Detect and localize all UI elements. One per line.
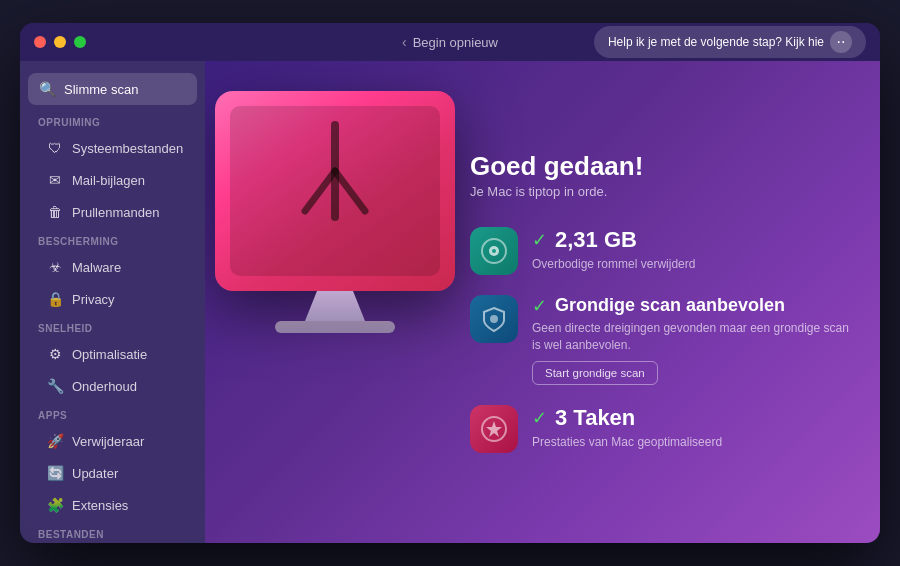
update-icon: 🔄 — [46, 464, 64, 482]
tasks-label-row: ✓ 3 Taken — [532, 405, 850, 431]
section-apps: Apps — [20, 402, 205, 425]
sidebar-label: Optimalisatie — [72, 347, 147, 362]
back-label: Begin opnieuw — [413, 35, 498, 50]
privacy-icon: 🔒 — [46, 290, 64, 308]
sidebar-label: Extensies — [72, 498, 128, 513]
result-tasks: ✓ 3 Taken Prestaties van Mac geoptimalis… — [470, 405, 850, 453]
sidebar-item-mail-bijlagen[interactable]: ✉ Mail-bijlagen — [28, 165, 197, 195]
main-panel: Goed gedaan! Je Mac is tiptop in orde. — [205, 61, 880, 543]
svg-point-5 — [492, 249, 496, 253]
mail-icon: ✉ — [46, 171, 64, 189]
maintenance-icon: 🔧 — [46, 377, 64, 395]
checkmark-icon: ✓ — [532, 295, 547, 317]
tasks-text: ✓ 3 Taken Prestaties van Mac geoptimalis… — [532, 405, 850, 451]
start-scan-button[interactable]: Start grondige scan — [532, 361, 658, 385]
minimize-button[interactable] — [54, 36, 66, 48]
optimize-icon: ⚙ — [46, 345, 64, 363]
close-button[interactable] — [34, 36, 46, 48]
sidebar-item-privacy[interactable]: 🔒 Privacy — [28, 284, 197, 314]
result-storage: ✓ 2,31 GB Overbodige rommel verwijderd — [470, 227, 850, 275]
section-bescherming: Bescherming — [20, 228, 205, 251]
result-heading: Goed gedaan! — [470, 151, 850, 182]
uninstall-icon: 🚀 — [46, 432, 64, 450]
trash-icon: 🗑 — [46, 203, 64, 221]
back-nav[interactable]: ‹ Begin opnieuw — [402, 34, 498, 50]
sidebar-label: Updater — [72, 466, 118, 481]
disk-icon — [480, 237, 508, 265]
section-snelheid: Snelheid — [20, 315, 205, 338]
system-icon: 🛡 — [46, 139, 64, 157]
scan-text: ✓ Grondige scan aanbevolen Geen directe … — [532, 295, 850, 386]
titlebar: ‹ Begin opnieuw Help ik je met de volgen… — [20, 23, 880, 61]
result-subheading: Je Mac is tiptop in orde. — [470, 184, 850, 199]
section-bestanden: Bestanden — [20, 521, 205, 543]
mac-base — [275, 321, 395, 333]
malware-icon: ☣ — [46, 258, 64, 276]
sidebar-label: Onderhoud — [72, 379, 137, 394]
storage-label: 2,31 GB — [555, 227, 637, 253]
app-window: ‹ Begin opnieuw Help ik je met de volgen… — [20, 23, 880, 543]
chevron-left-icon: ‹ — [402, 34, 407, 50]
scan-label: Grondige scan aanbevolen — [555, 295, 785, 316]
checkmark-icon: ✓ — [532, 407, 547, 429]
tasks-icon — [480, 415, 508, 443]
storage-text: ✓ 2,31 GB Overbodige rommel verwijderd — [532, 227, 850, 273]
sidebar-label: Malware — [72, 260, 121, 275]
sidebar-label: Prullenmanden — [72, 205, 159, 220]
sidebar-item-slimme-scan[interactable]: 🔍 Slimme scan — [28, 73, 197, 105]
fullscreen-button[interactable] — [74, 36, 86, 48]
sidebar-item-extensies[interactable]: 🧩 Extensies — [28, 490, 197, 520]
scan-desc: Geen directe dreigingen gevonden maar ee… — [532, 320, 850, 354]
mac-illustration — [215, 91, 455, 333]
broom-svg — [285, 111, 385, 271]
sidebar-label: Systeembestanden — [72, 141, 183, 156]
sidebar-item-malware[interactable]: ☣ Malware — [28, 252, 197, 282]
storage-icon-container — [470, 227, 518, 275]
scan-label-row: ✓ Grondige scan aanbevolen — [532, 295, 850, 317]
scan-icon: 🔍 — [38, 80, 56, 98]
result-scan: ✓ Grondige scan aanbevolen Geen directe … — [470, 295, 850, 386]
sidebar: 🔍 Slimme scan Opruiming 🛡 Systeembestand… — [20, 61, 205, 543]
svg-line-2 — [335, 171, 365, 211]
tasks-label: 3 Taken — [555, 405, 635, 431]
tasks-desc: Prestaties van Mac geoptimaliseerd — [532, 434, 850, 451]
sidebar-item-optimalisatie[interactable]: ⚙ Optimalisatie — [28, 339, 197, 369]
sidebar-item-systeembestanden[interactable]: 🛡 Systeembestanden — [28, 133, 197, 163]
storage-label-row: ✓ 2,31 GB — [532, 227, 850, 253]
sidebar-item-prullenmanden[interactable]: 🗑 Prullenmanden — [28, 197, 197, 227]
sidebar-label: Verwijderaar — [72, 434, 144, 449]
sidebar-label: Mail-bijlagen — [72, 173, 145, 188]
mac-screen — [215, 91, 455, 291]
section-opruiming: Opruiming — [20, 109, 205, 132]
sidebar-item-verwijderaar[interactable]: 🚀 Verwijderaar — [28, 426, 197, 456]
shield-icon — [480, 305, 508, 333]
sidebar-active-label: Slimme scan — [64, 82, 138, 97]
help-label: Help ik je met de volgende stap? Kijk hi… — [608, 35, 824, 49]
mac-stand — [305, 291, 365, 321]
checkmark-icon: ✓ — [532, 229, 547, 251]
results-panel: Goed gedaan! Je Mac is tiptop in orde. — [450, 61, 880, 543]
shield-icon-container — [470, 295, 518, 343]
svg-line-1 — [305, 171, 335, 211]
sidebar-label: Privacy — [72, 292, 115, 307]
extensions-icon: 🧩 — [46, 496, 64, 514]
storage-desc: Overbodige rommel verwijderd — [532, 256, 850, 273]
tasks-icon-container — [470, 405, 518, 453]
result-header: Goed gedaan! Je Mac is tiptop in orde. — [470, 151, 850, 199]
sidebar-item-updater[interactable]: 🔄 Updater — [28, 458, 197, 488]
more-options-icon: ·· — [830, 31, 852, 53]
svg-point-6 — [490, 315, 498, 323]
sidebar-item-onderhoud[interactable]: 🔧 Onderhoud — [28, 371, 197, 401]
help-button[interactable]: Help ik je met de volgende stap? Kijk hi… — [594, 26, 866, 58]
main-content: 🔍 Slimme scan Opruiming 🛡 Systeembestand… — [20, 61, 880, 543]
